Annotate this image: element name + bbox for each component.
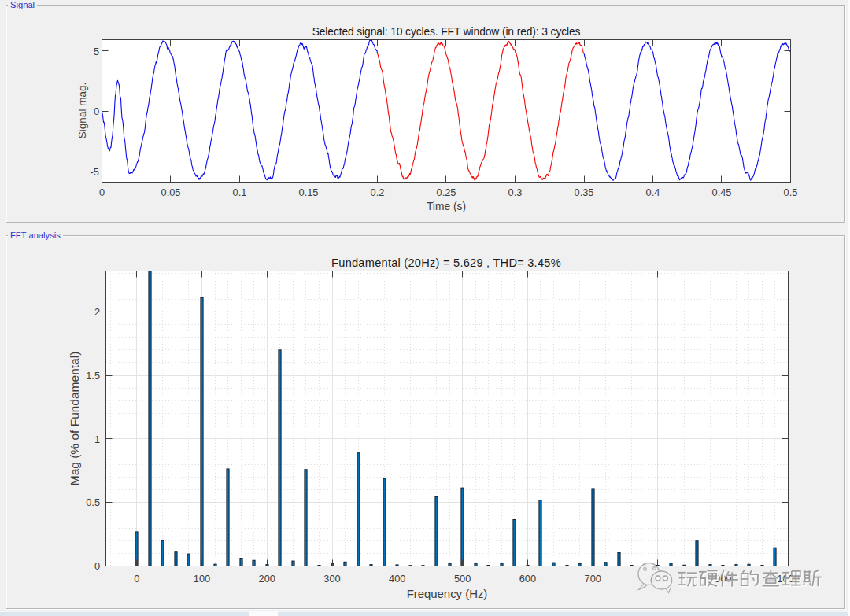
- svg-text:0.1: 0.1: [233, 186, 247, 198]
- svg-text:Time (s): Time (s): [427, 201, 466, 212]
- svg-text:Selected signal: 10 cycles. FF: Selected signal: 10 cycles. FFT window (…: [312, 26, 581, 38]
- svg-text:Signal mag.: Signal mag.: [76, 83, 88, 138]
- svg-text:0.45: 0.45: [712, 186, 732, 198]
- svg-text:1.5: 1.5: [86, 370, 100, 382]
- svg-text:0.3: 0.3: [508, 186, 523, 198]
- svg-text:-5: -5: [91, 166, 99, 178]
- svg-text:0.2: 0.2: [371, 186, 385, 198]
- svg-text:400: 400: [389, 573, 405, 585]
- svg-text:0: 0: [94, 105, 99, 117]
- svg-text:0.15: 0.15: [299, 186, 319, 198]
- svg-text:0.35: 0.35: [575, 186, 594, 198]
- svg-text:0: 0: [134, 573, 139, 585]
- svg-text:1: 1: [94, 433, 100, 445]
- svg-text:700: 700: [585, 573, 601, 585]
- svg-text:0.25: 0.25: [437, 186, 456, 198]
- svg-text:0: 0: [94, 560, 100, 572]
- svg-text:5: 5: [94, 46, 99, 57]
- svg-text:500: 500: [454, 573, 471, 585]
- svg-text:100: 100: [194, 573, 210, 585]
- svg-text:0.5: 0.5: [86, 496, 100, 508]
- svg-text:Mag (% of Fundamental): Mag (% of Fundamental): [68, 352, 81, 486]
- svg-text:0: 0: [99, 186, 105, 198]
- svg-text:600: 600: [519, 573, 536, 585]
- svg-text:Fundamental (20Hz) = 5.629 , T: Fundamental (20Hz) = 5.629 , THD= 3.45%: [331, 256, 561, 269]
- svg-text:300: 300: [323, 573, 340, 585]
- svg-text:Frequency (Hz): Frequency (Hz): [407, 588, 488, 600]
- svg-text:2: 2: [94, 306, 100, 318]
- svg-text:0.4: 0.4: [646, 186, 660, 198]
- svg-text:0.05: 0.05: [161, 186, 181, 198]
- svg-text:200: 200: [259, 573, 275, 585]
- svg-text:0.5: 0.5: [784, 186, 798, 198]
